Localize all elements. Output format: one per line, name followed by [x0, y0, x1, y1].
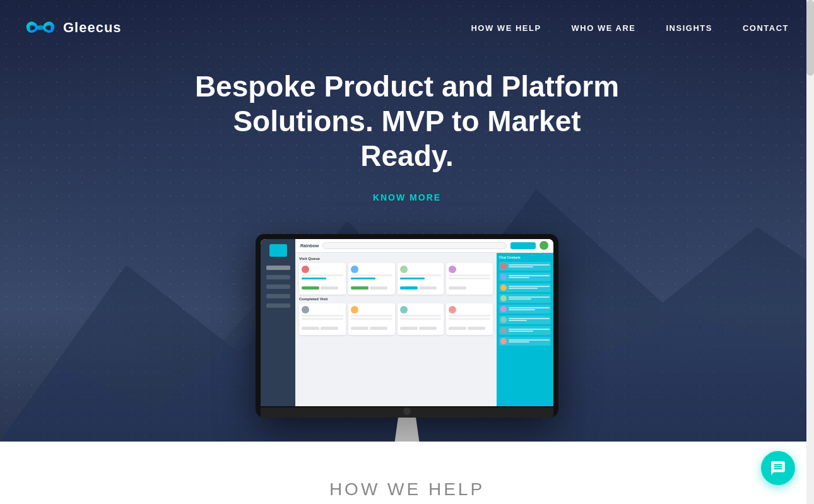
monitor: Rainbow Visit Queue	[256, 234, 558, 418]
sidebar-item-4	[266, 294, 290, 298]
patient-avatar-1	[302, 266, 309, 273]
nav-item-how-we-help[interactable]: HOW WE HELP	[471, 22, 541, 33]
completed-btn-5	[400, 327, 418, 330]
completed-btn-8	[468, 327, 485, 330]
completed-visit-title: Completed Visit	[299, 297, 493, 301]
how-we-help-title: HOW WE HELP	[13, 479, 801, 500]
patient-name-3	[400, 274, 442, 276]
nav-item-insights[interactable]: INSIGHTS	[666, 22, 712, 33]
completed-btn-2	[321, 327, 338, 330]
nav-link-insights[interactable]: INSIGHTS	[666, 23, 712, 33]
completed-status-2	[351, 318, 392, 320]
sidebar-item-1	[266, 266, 290, 270]
hero-cta-button[interactable]: KNOW MORE	[373, 192, 441, 202]
chat-avatar-1	[500, 263, 507, 269]
patient-btn-3	[351, 286, 369, 290]
patient-btn-6	[419, 286, 437, 290]
completed-avatar-2	[351, 306, 358, 314]
chat-contact-7	[499, 326, 551, 335]
monitor-screen: Rainbow Visit Queue	[261, 239, 553, 406]
patient-name-1	[302, 274, 343, 276]
chat-contact-2	[499, 273, 551, 281]
patient-avatar-3	[400, 266, 408, 273]
chat-contact-5	[499, 305, 551, 314]
chat-avatar-6	[500, 317, 507, 323]
scrollbar-track[interactable]	[806, 0, 814, 504]
visit-queue-row-1	[299, 263, 493, 295]
patient-avatar-4	[449, 266, 456, 273]
scrollbar-thumb[interactable]	[806, 0, 814, 76]
nav-link-how-we-help[interactable]: HOW WE HELP	[471, 23, 541, 33]
svg-point-0	[37, 25, 44, 30]
logo-area[interactable]: Gleecus	[25, 13, 122, 43]
screen-sidebar	[261, 239, 295, 406]
chat-contact-1	[499, 262, 551, 271]
chat-avatar-3	[500, 284, 507, 291]
completed-btn-7	[449, 327, 466, 330]
visit-queue-title: Visit Queue	[299, 257, 493, 261]
completed-status-3	[400, 318, 442, 320]
patient-status-4	[449, 278, 490, 279]
completed-name-1	[302, 315, 343, 317]
patient-name-2	[351, 274, 392, 276]
completed-status-4	[449, 318, 490, 320]
nav-link-contact[interactable]: CONTACT	[743, 23, 789, 33]
monitor-wrapper: Rainbow Visit Queue	[256, 234, 558, 442]
chat-bubble-icon	[770, 460, 786, 476]
nav-link-who-we-are[interactable]: WHO WE ARE	[572, 23, 636, 33]
patient-status-2	[351, 278, 375, 279]
completed-name-3	[400, 315, 442, 317]
logo-text: Gleecus	[63, 20, 122, 36]
completed-name-2	[351, 315, 392, 317]
patient-btn-1	[302, 286, 319, 290]
monitor-stand	[385, 418, 429, 442]
patient-name-4	[449, 274, 490, 276]
patient-btn-4	[370, 286, 387, 290]
screen-body: Visit Queue	[295, 253, 553, 406]
completed-btn-3	[351, 327, 369, 330]
patient-avatar-2	[351, 266, 358, 273]
patient-status-3	[400, 278, 425, 279]
hero-title-line2: Solutions. MVP to Market Ready.	[233, 105, 581, 172]
chat-avatar-2	[500, 274, 507, 280]
hero-title: Bespoke Product and Platform Solutions. …	[186, 69, 628, 174]
chat-avatar-8	[500, 338, 507, 344]
patient-btn-7	[449, 286, 466, 290]
screen-center-panel: Visit Queue	[295, 253, 497, 406]
chat-bubble-button[interactable]	[761, 451, 795, 485]
nav-links: HOW WE HELP WHO WE ARE INSIGHTS CONTACT	[471, 22, 789, 33]
chat-avatar-4	[500, 295, 507, 302]
chat-contact-8	[499, 337, 551, 346]
patient-card-1	[299, 263, 346, 295]
hero-section: Bespoke Product and Platform Solutions. …	[0, 0, 814, 442]
screen-app-name: Rainbow	[300, 243, 319, 248]
screen-chat-panel: Chat Contacts	[497, 253, 553, 406]
how-we-help-section: HOW WE HELP	[0, 442, 814, 504]
completed-card-2	[348, 303, 395, 335]
patient-card-2	[348, 263, 395, 295]
completed-card-1	[299, 303, 346, 335]
completed-btn-4	[370, 327, 387, 330]
completed-card-3	[398, 303, 444, 335]
completed-avatar-4	[449, 306, 456, 314]
screen-logo	[269, 244, 287, 257]
completed-status-1	[302, 318, 343, 320]
chat-contact-6	[499, 315, 551, 324]
screen-search-bar	[322, 242, 507, 249]
screen-user-avatar	[540, 241, 548, 250]
screen-main: Rainbow Visit Queue	[295, 239, 553, 406]
sidebar-item-2	[266, 275, 290, 279]
patient-card-3	[398, 263, 444, 295]
logo-icon	[25, 13, 56, 43]
chat-avatar-5	[500, 306, 507, 312]
monitor-camera	[403, 407, 411, 415]
screen-topbar: Rainbow	[295, 239, 553, 253]
completed-avatar-1	[302, 306, 309, 314]
sidebar-item-5	[266, 303, 290, 308]
hero-title-line1: Bespoke Product and Platform	[195, 70, 619, 103]
monitor-chin	[261, 407, 553, 418]
nav-item-who-we-are[interactable]: WHO WE ARE	[572, 22, 636, 33]
chat-contact-3	[499, 283, 551, 292]
navbar: Gleecus HOW WE HELP WHO WE ARE INSIGHTS …	[0, 0, 814, 56]
nav-item-contact[interactable]: CONTACT	[743, 22, 789, 33]
